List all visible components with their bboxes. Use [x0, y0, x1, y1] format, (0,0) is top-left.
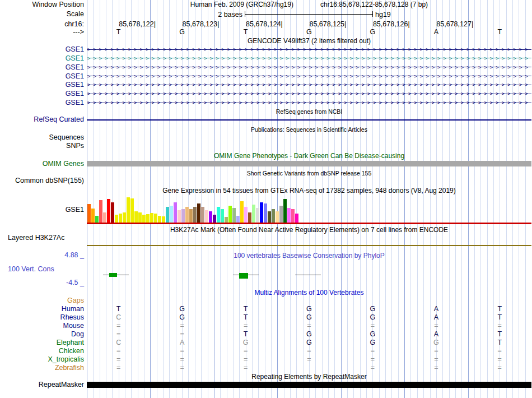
gtex-expression-bar[interactable]: [185, 207, 189, 223]
track-label-sequences[interactable]: Sequences: [0, 134, 84, 141]
gtex-expression-bar[interactable]: [87, 204, 91, 223]
track-label-gencode-transcript[interactable]: GSE1: [0, 64, 84, 71]
gtex-expression-bar[interactable]: [154, 214, 157, 223]
gtex-expression-bar[interactable]: [142, 215, 146, 223]
gtex-expression-bar[interactable]: [283, 199, 287, 223]
gtex-expression-bar[interactable]: [197, 203, 200, 223]
gtex-expression-bar[interactable]: [232, 208, 236, 223]
h3k27ac-signal-baseline[interactable]: [87, 245, 531, 246]
gtex-expression-bar[interactable]: [111, 202, 114, 223]
gtex-expression-bar[interactable]: [123, 212, 126, 223]
alignment-base: G: [431, 339, 442, 346]
gtex-expression-bar[interactable]: [213, 215, 216, 223]
gtex-expression-bar[interactable]: [228, 206, 232, 223]
alignment-base: G: [367, 331, 378, 338]
gtex-expression-bar[interactable]: [264, 203, 267, 223]
track-label-h3k27ac[interactable]: Layered H3K27Ac: [8, 234, 120, 242]
track-label-refseq[interactable]: RefSeq Curated: [0, 116, 84, 123]
gtex-expression-bar[interactable]: [240, 201, 244, 223]
track-label-gencode-transcript[interactable]: GSE1: [0, 55, 84, 62]
species-label: Dog: [0, 331, 84, 338]
gencode-transcript-line[interactable]: >>>>>>>>>>>>>>>>>>>>>>>>>>>>>>>>>>>>>>>>…: [87, 64, 531, 71]
refseq-gene-line[interactable]: [87, 119, 531, 121]
gtex-expression-bar[interactable]: [260, 202, 263, 223]
gtex-expression-bar[interactable]: [130, 198, 134, 223]
gtex-expression-bar[interactable]: [272, 209, 275, 223]
gtex-expression-bar[interactable]: [99, 200, 102, 223]
gtex-expression-bar[interactable]: [95, 216, 99, 223]
repeatmasker-element-bar[interactable]: [87, 382, 531, 388]
gencode-transcript-line[interactable]: >>>>>>>>>>>>>>>>>>>>>>>>>>>>>>>>>>>>>>>>…: [87, 55, 531, 62]
gencode-transcript-line[interactable]: >>>>>>>>>>>>>>>>>>>>>>>>>>>>>>>>>>>>>>>>…: [87, 73, 531, 80]
gtex-expression-bar[interactable]: [236, 216, 240, 223]
gtex-expression-bar[interactable]: [221, 209, 224, 223]
gtex-expression-bar[interactable]: [225, 217, 228, 223]
track-label-gencode-transcript[interactable]: GSE1: [0, 73, 84, 80]
alignment-base: T: [113, 306, 124, 313]
species-label: Human: [0, 306, 84, 313]
omim-gene-bar[interactable]: [87, 161, 531, 166]
reference-base: G: [176, 29, 188, 36]
gtex-expression-bar[interactable]: [119, 214, 122, 223]
track-label-snps[interactable]: SNPs: [0, 142, 84, 150]
gtex-expression-bar[interactable]: [103, 212, 106, 223]
gtex-expression-bar[interactable]: [134, 211, 138, 223]
alignment-base: =: [494, 322, 505, 330]
phylop-signal-line[interactable]: [295, 275, 321, 275]
gtex-expression-bar[interactable]: [158, 216, 161, 223]
gtex-expression-bar[interactable]: [174, 202, 177, 223]
track-label-dbsnp[interactable]: Common dbSNP(155): [0, 177, 84, 184]
gtex-expression-bar[interactable]: [170, 206, 173, 223]
gtex-expression-bar[interactable]: [276, 211, 279, 223]
gtex-expression-bar[interactable]: [178, 210, 181, 223]
gtex-expression-bar[interactable]: [138, 212, 142, 223]
gtex-expression-bar[interactable]: [295, 214, 298, 223]
gtex-expression-bar[interactable]: [107, 199, 110, 223]
track-label-gencode-transcript[interactable]: GSE1: [0, 46, 84, 53]
gtex-expression-bar[interactable]: [189, 209, 193, 223]
gencode-transcript-line[interactable]: >>>>>>>>>>>>>>>>>>>>>>>>>>>>>>>>>>>>>>>>…: [87, 90, 531, 97]
track-label-gtex[interactable]: GSE1: [0, 206, 84, 214]
gtex-expression-bar[interactable]: [146, 214, 150, 223]
alignment-base: T: [494, 339, 505, 346]
gtex-expression-bar[interactable]: [244, 207, 248, 223]
track-label-repeatmasker[interactable]: RepeatMasker: [0, 381, 84, 388]
gencode-transcript-line[interactable]: >>>>>>>>>>>>>>>>>>>>>>>>>>>>>>>>>>>>>>>>…: [87, 81, 531, 88]
gtex-expression-bar[interactable]: [209, 211, 212, 223]
gtex-expression-barchart[interactable]: [87, 197, 298, 223]
gtex-expression-bar[interactable]: [166, 207, 169, 223]
gtex-expression-bar[interactable]: [162, 216, 165, 223]
alignment-base: =: [113, 356, 124, 363]
track-label-gencode-transcript[interactable]: GSE1: [0, 90, 84, 98]
track-label-omim[interactable]: OMIM Genes: [0, 160, 84, 168]
gencode-transcript-line[interactable]: >>>>>>>>>>>>>>>>>>>>>>>>>>>>>>>>>>>>>>>>…: [87, 46, 531, 53]
alignment-base: =: [240, 356, 251, 363]
gtex-expression-bar[interactable]: [248, 212, 251, 223]
gencode-transcript-line[interactable]: >>>>>>>>>>>>>>>>>>>>>>>>>>>>>>>>>>>>>>>>…: [87, 99, 531, 106]
track-label-gencode-transcript[interactable]: GSE1: [0, 81, 84, 89]
phylop-signal-bar[interactable]: [239, 273, 248, 279]
gtex-expression-bar[interactable]: [205, 210, 208, 223]
gtex-expression-bar[interactable]: [127, 197, 130, 223]
gtex-expression-bar[interactable]: [115, 215, 118, 223]
gtex-expression-bar[interactable]: [268, 211, 271, 223]
phylop-signal-bar[interactable]: [109, 273, 117, 277]
gtex-expression-bar[interactable]: [201, 207, 204, 223]
gtex-expression-bar[interactable]: [287, 208, 291, 223]
alignment-base: =: [431, 364, 442, 372]
alignment-base: =: [113, 331, 124, 338]
gtex-expression-bar[interactable]: [291, 209, 295, 223]
gtex-expression-bar[interactable]: [217, 207, 220, 223]
species-label: Zebrafish: [0, 364, 84, 372]
gtex-expression-bar[interactable]: [91, 209, 95, 223]
gtex-expression-bar[interactable]: [193, 207, 197, 223]
alignment-base: T: [494, 331, 505, 338]
track-label-gencode-transcript[interactable]: GSE1: [0, 99, 84, 107]
gtex-expression-bar[interactable]: [279, 206, 283, 223]
track-label-phylop[interactable]: 100 Vert. Cons: [8, 266, 120, 273]
gtex-expression-bar[interactable]: [252, 205, 255, 223]
gtex-expression-bar[interactable]: [256, 208, 259, 223]
gtex-expression-bar[interactable]: [181, 209, 185, 223]
alignment-base: =: [240, 322, 251, 330]
gtex-expression-bar[interactable]: [150, 213, 153, 223]
